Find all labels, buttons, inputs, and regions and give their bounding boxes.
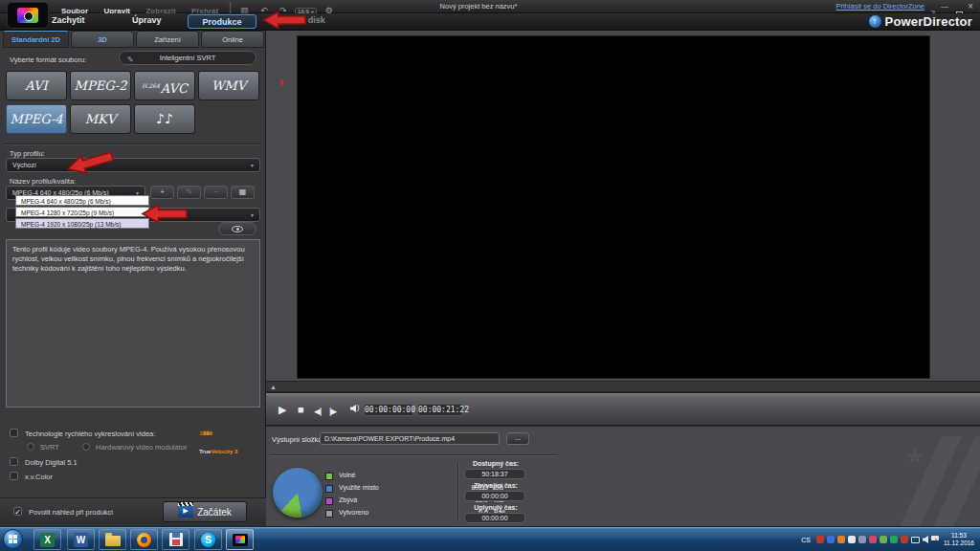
tab-standardni-2d[interactable]: Standardní 2D <box>3 31 69 48</box>
browse-button[interactable]: ... <box>506 432 529 445</box>
word-icon: W <box>74 533 88 547</box>
elapsed-time-value: 00:00:00 <box>464 513 525 523</box>
tray-icon-5[interactable] <box>858 536 866 543</box>
remaining-time-value: 00:00:00 <box>464 491 525 501</box>
fast-render-checkbox[interactable] <box>10 429 18 437</box>
profile-option-1280x720[interactable]: MPEG-4 1280 x 720/25p (9 Mb/s) <box>15 207 149 217</box>
red-annotation-dot <box>280 79 283 85</box>
brand-name: PowerDirector <box>885 14 972 29</box>
window-title: Nový projekt bez názvu* <box>364 2 593 11</box>
hardware-modulator-label: Hardwarový video modulátor <box>96 443 187 452</box>
timecode-total: 00:00:21:22 <box>417 404 463 416</box>
tray-icon-8[interactable] <box>890 536 898 543</box>
add-profile-button[interactable]: + <box>150 186 174 199</box>
seek-marker-icon[interactable]: ▲ <box>270 384 277 390</box>
start-button[interactable] <box>3 529 23 549</box>
taskbar-skype[interactable]: S <box>194 529 222 550</box>
powerdirector-taskbar-icon <box>233 534 248 546</box>
tray-icon-1[interactable] <box>816 536 824 543</box>
tray-icon-4[interactable] <box>848 536 856 543</box>
show-windows-icon[interactable] <box>911 537 920 543</box>
tab-upravy[interactable]: Úpravy <box>132 15 162 25</box>
format-wmv-button[interactable]: WMV <box>198 71 259 100</box>
svrt-radio[interactable] <box>27 443 34 451</box>
powerdirector-app-icon <box>7 2 49 29</box>
dolby-label: Dolby Digital 5.1 <box>25 458 78 467</box>
profile-details-button[interactable]: ▦ <box>231 186 255 199</box>
format-avi-button[interactable]: AVI <box>6 71 67 100</box>
play-button[interactable]: ▶ <box>278 402 286 417</box>
minimize-button[interactable]: — <box>938 2 951 11</box>
taskbar-explorer[interactable] <box>99 529 126 550</box>
tab-produkce[interactable]: Produkce <box>188 14 256 29</box>
preview-quality-button[interactable] <box>218 222 256 235</box>
chevron-down-icon: ▼ <box>250 159 255 173</box>
delete-profile-button[interactable]: − <box>204 186 228 199</box>
taskbar-firefox[interactable] <box>130 529 158 550</box>
tray-icon-6[interactable] <box>869 536 877 543</box>
tab-zarizeni[interactable]: Zařízení <box>136 31 199 48</box>
tray-volume-icon[interactable] <box>923 536 928 543</box>
taskbar-powerdirector[interactable] <box>226 529 254 550</box>
output-folder-input[interactable] <box>320 432 500 445</box>
camera-icon <box>17 8 38 23</box>
format-h264avc-button[interactable]: H.264AVC <box>134 71 195 100</box>
legend-swatch <box>325 497 333 505</box>
tray-icon-9[interactable] <box>901 536 908 543</box>
hardware-modulator-radio[interactable] <box>82 443 90 451</box>
profile-type-label: Typ profilu: <box>10 149 45 158</box>
profile-option-640x480[interactable]: MPEG-4 640 x 480/25p (6 Mb/s) <box>15 195 149 206</box>
edit-profile-button[interactable]: ✎ <box>177 186 201 199</box>
action-center-flag-icon[interactable] <box>931 536 939 543</box>
clock-time: 11:53 <box>951 532 967 539</box>
close-button[interactable]: × <box>965 1 976 11</box>
elapsed-time-label: Uplynulý čas: <box>462 504 529 511</box>
folder-icon <box>105 536 121 546</box>
tray-icon-7[interactable] <box>880 536 887 543</box>
tab-online[interactable]: Online <box>201 31 264 48</box>
output-section: Výstupní složka: ... Volné 129.2 GB Využ… <box>266 426 980 526</box>
start-production-button[interactable]: Začátek <box>163 501 247 522</box>
profile-type-dropdown[interactable]: Výchozí ▼ <box>6 158 260 172</box>
previous-frame-button[interactable]: ◀| <box>314 404 321 419</box>
system-tray: CS 11:53 11.12.2016 <box>798 527 978 551</box>
chevron-down-icon: ▼ <box>250 209 255 223</box>
next-frame-button[interactable]: |▶ <box>329 404 336 419</box>
remaining-time-label: Zbývající čas: <box>462 482 529 489</box>
divider <box>270 454 557 455</box>
tray-icon-3[interactable] <box>837 536 845 543</box>
language-indicator[interactable]: CS <box>798 537 813 543</box>
format-audio-button[interactable]: ♪♪ <box>134 104 195 134</box>
clock-date: 11.12.2016 <box>944 540 974 546</box>
tab-zachytit[interactable]: Zachytit <box>52 15 85 25</box>
svrt-radio-label: SVRT <box>40 443 59 452</box>
taskbar-word[interactable]: W <box>67 529 95 550</box>
excel-icon: X <box>40 533 55 547</box>
stop-button[interactable]: ■ <box>298 402 304 417</box>
fast-render-label: Technologie rychlého vykreslování videa: <box>25 430 155 438</box>
intelligent-svrt-button[interactable]: ✎ Inteligentní SVRT <box>119 51 256 65</box>
eye-icon <box>232 226 243 232</box>
enable-preview-checkbox[interactable]: ✓ <box>13 507 22 516</box>
tab-3d[interactable]: 3D <box>71 31 134 48</box>
legend-swatch <box>325 510 333 518</box>
format-mkv-button[interactable]: MKV <box>70 104 131 134</box>
firefox-icon <box>137 533 151 547</box>
format-mpeg4-button[interactable]: MPEG-4 <box>6 104 67 134</box>
windows-flag-icon <box>9 535 17 543</box>
directorzone-signin-link[interactable]: Přihlásit se do DirectorZone <box>835 2 924 11</box>
timecode-current: 00:00:00:00 <box>364 404 413 416</box>
format-mpeg2-button[interactable]: MPEG-2 <box>70 71 131 100</box>
floppy-icon <box>169 533 183 546</box>
xvcolor-label: x.v.Color <box>25 473 53 481</box>
taskbar-excel[interactable]: X <box>33 529 61 550</box>
taskbar-save-app[interactable] <box>162 529 189 550</box>
seek-bar[interactable]: ▲ <box>266 381 980 393</box>
xvcolor-checkbox[interactable] <box>10 472 18 480</box>
legend-swatch <box>325 473 333 480</box>
tray-icon-2[interactable] <box>827 536 835 543</box>
volume-icon[interactable] <box>350 405 356 412</box>
dolby-checkbox[interactable] <box>10 457 18 466</box>
taskbar-clock[interactable]: 11:53 11.12.2016 <box>942 532 978 548</box>
profile-option-1920x1080[interactable]: MPEG-4 1920 x 1080/25p (13 Mb/s) <box>15 218 149 229</box>
